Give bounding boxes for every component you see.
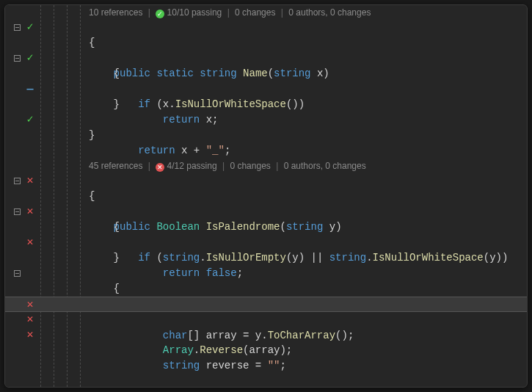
fold-icon[interactable] <box>14 208 21 215</box>
code-line[interactable]: { <box>5 281 527 297</box>
fold-icon[interactable] <box>14 178 21 184</box>
code-line[interactable]: ✓ public static string Name(string x) <box>5 20 527 35</box>
codelens-tests[interactable]: 10/10 passing <box>167 7 222 18</box>
code-line-current[interactable]: ✕ char[] array = y.ToCharArray(); <box>5 297 527 312</box>
code-line[interactable]: { <box>5 35 527 51</box>
codelens-authors[interactable]: 0 authors, 0 changes <box>288 7 371 18</box>
code-line[interactable]: — return x; <box>5 81 527 97</box>
code-line[interactable]: { <box>5 189 527 204</box>
test-fail-icon: ✕ <box>24 204 36 219</box>
tests-pass-icon: ✓ <box>156 10 164 18</box>
code-line[interactable]: { <box>5 66 527 81</box>
code-line[interactable] <box>5 143 527 159</box>
test-pass-icon: ✓ <box>24 20 36 35</box>
test-pass-icon: ✓ <box>24 112 36 128</box>
code-line[interactable]: ✕ string reverse = ""; <box>5 327 527 343</box>
code-editor[interactable]: 10 references | ✓ 10/10 passing | 0 chan… <box>4 4 528 388</box>
code-line[interactable]: ✕ if (string.IsNullOrEmpty(y) || string.… <box>5 204 527 219</box>
code-line[interactable]: ✓ return x + "_"; <box>5 112 527 128</box>
codelens-tests[interactable]: 4/12 passing <box>167 161 217 171</box>
codelens-changes[interactable]: 0 changes <box>230 161 270 171</box>
fold-icon[interactable] <box>14 24 21 31</box>
codelens-row[interactable]: 10 references | ✓ 10/10 passing | 0 chan… <box>5 5 527 20</box>
code-line[interactable]: } <box>5 97 527 112</box>
test-fail-icon: ✕ <box>24 297 36 313</box>
code-line[interactable]: { <box>5 219 527 235</box>
test-fail-icon: ✕ <box>24 327 36 343</box>
test-pass-icon: ✓ <box>24 51 36 66</box>
fold-icon[interactable] <box>14 270 21 277</box>
codelens-refs[interactable]: 10 references <box>89 7 142 18</box>
code-line[interactable]: ✓ if (x.IsNullOrWhiteSpace()) <box>5 51 527 66</box>
test-fail-icon: ✕ <box>24 312 36 327</box>
test-fail-icon: ✕ <box>24 235 36 250</box>
fold-icon[interactable] <box>14 55 21 62</box>
code-line[interactable]: else <box>5 266 527 281</box>
code-line[interactable]: } <box>5 250 527 266</box>
test-skip-icon: — <box>24 81 36 97</box>
codelens-row[interactable]: 45 references | ✕ 4/12 passing | 0 chang… <box>5 159 527 173</box>
code-line[interactable]: ✕ return false; <box>5 235 527 250</box>
test-fail-icon: ✕ <box>24 173 36 189</box>
tests-fail-icon: ✕ <box>156 163 164 172</box>
code-line[interactable]: ✕ Array.Reverse(array); <box>5 312 527 327</box>
codelens-authors[interactable]: 0 authors, 0 changes <box>284 161 366 171</box>
code-line[interactable]: ✕ public Boolean IsPalendrome(string y) <box>5 173 527 189</box>
codelens-changes[interactable]: 0 changes <box>235 7 275 18</box>
code-line[interactable]: } <box>5 128 527 143</box>
